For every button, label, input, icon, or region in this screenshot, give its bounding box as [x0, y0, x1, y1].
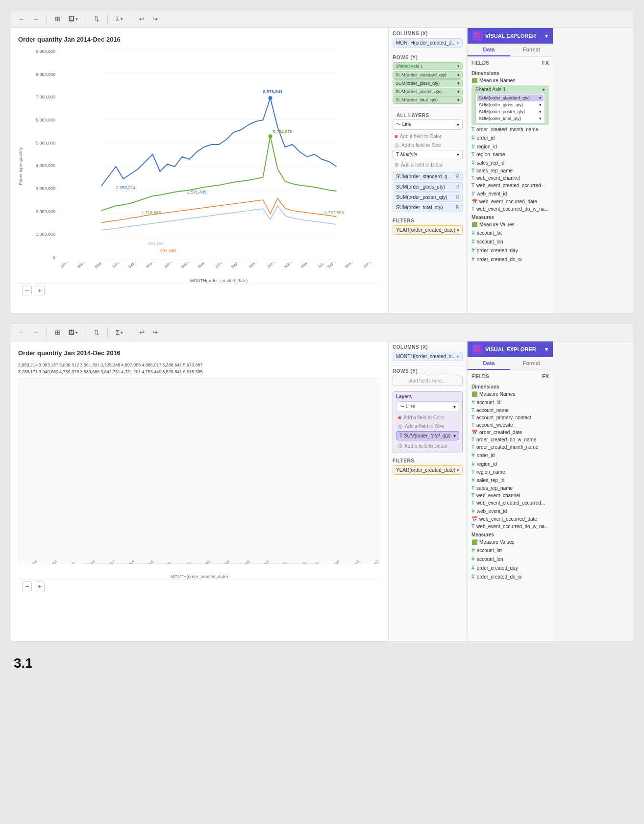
measure-pill-gloss[interactable]: SUM(order_gloss_qty) ▾ [393, 79, 463, 87]
forward-button[interactable]: → [30, 14, 41, 24]
field-order-created-date[interactable]: 📅 order_created_date [468, 429, 553, 436]
tab-data-1[interactable]: Data [468, 44, 510, 56]
axis-measure-gloss[interactable]: SUM(order_gloss_qty) ▾ [477, 101, 544, 108]
field-order-created-day-2[interactable]: # order_created_day [468, 563, 553, 572]
field-account-lon-2[interactable]: # account_lon [468, 555, 553, 563]
redo-btn-2[interactable]: ↪ [150, 328, 160, 337]
field-order-created-month-name[interactable]: T order_created_month_name [468, 126, 553, 133]
back-button-2[interactable]: ← [16, 328, 26, 337]
add-detail-field-1[interactable]: ⊕ Add a field to Detail [393, 160, 463, 170]
grid-icon-btn[interactable]: ⊞ [53, 14, 62, 24]
field-order-id[interactable]: # order_id [468, 133, 553, 142]
back-button[interactable]: ← [16, 14, 26, 24]
sort-icon-btn-2[interactable]: ⇅ [92, 328, 101, 337]
zoom-in-btn-2[interactable]: + [35, 582, 45, 591]
field-region-name[interactable]: T region_name [468, 151, 553, 158]
measure-pill-total[interactable]: SUM(order_total_qty) ▾ [393, 96, 463, 104]
shared-axis-explorer[interactable]: Shared Axis 1 ▾ SUM(order_standard_qty) … [471, 85, 549, 125]
field-web-event-channel[interactable]: T web_event_channel [468, 174, 553, 182]
layer-measure-standard[interactable]: SUM(order_standard_q... R [393, 172, 463, 181]
field-measure-values-2[interactable]: 🟩 Measure Values [468, 538, 553, 546]
field-account-name[interactable]: T account_name [468, 407, 553, 414]
add-detail-field-2[interactable]: ⊕ Add a field to Detail [396, 441, 459, 451]
add-size-field-1[interactable]: ◎ Add a field to Size [393, 141, 463, 150]
filter-pill-2[interactable]: YEAR(order_created_date) ▾ [393, 465, 463, 475]
field-web-event-id-2[interactable]: # web_event_id [468, 507, 553, 515]
filter-pill-1[interactable]: YEAR(order_created_date) ▾ [393, 225, 463, 235]
forward-button-2[interactable]: → [30, 328, 41, 337]
add-size-field-2[interactable]: ◎ Add a field to Size [396, 422, 459, 431]
zoom-out-btn-1[interactable]: − [22, 286, 32, 295]
chevron-down-icon-2[interactable]: ▾ [545, 346, 548, 353]
layer-type-dropdown-1[interactable]: 〜 Line ▾ [393, 119, 463, 130]
measure-pill-poster[interactable]: SUM(order_poster_qty) ▾ [393, 88, 463, 96]
measure-pill-standard[interactable]: SUM(order_standard_qty) ▾ [393, 71, 463, 79]
layer-measure-total[interactable]: SUM(order_total_qty) R [393, 203, 463, 212]
field-web-event-occurred-date[interactable]: 📅 web_event_occurred_date [468, 198, 553, 205]
redo-btn[interactable]: ↪ [150, 14, 160, 24]
text-field-pill-2[interactable]: T SUM(order_total_qty) ▾ [396, 431, 459, 440]
layer-measure-gloss[interactable]: SUM(order_gloss_qty) R [393, 182, 463, 192]
function-icon-2[interactable]: fx [542, 373, 549, 379]
chevron-down-icon[interactable]: ▾ [545, 33, 548, 39]
axis-measure-total[interactable]: SUM(order_total_qty) ▾ [477, 115, 544, 122]
field-measure-names-1[interactable]: 🟩 Measure Names [468, 77, 553, 84]
field-web-event-occurred-date-2[interactable]: 📅 web_event_occurred_date [468, 515, 553, 523]
field-web-event-occurred-dow-2[interactable]: T web_event_occurred_do_w_na... [468, 523, 553, 530]
field-web-event-created-2[interactable]: T web_event_created_occurred... [468, 499, 553, 507]
image-icon-btn[interactable]: 🖼 ▾ [66, 14, 80, 24]
explorer-scroll-2[interactable]: Dimensions 🟩 Measure Names # account_id … [468, 382, 553, 581]
undo-btn-2[interactable]: ↩ [137, 328, 147, 337]
field-measure-names-2[interactable]: 🟩 Measure Names [468, 390, 553, 398]
field-web-event-channel-2[interactable]: T web_event_channel [468, 492, 553, 499]
field-region-name-2[interactable]: T region_name [468, 468, 553, 476]
field-account-website[interactable]: T account_website [468, 421, 553, 429]
highlighted-measure[interactable]: SUM(order_standard_qty) ▾ [477, 95, 544, 101]
axis-measure-poster[interactable]: SUM(order_poster_qty) ▾ [477, 108, 544, 115]
sigma-icon-btn[interactable]: Σ ▾ [114, 14, 125, 24]
add-color-field-1[interactable]: ■ Add a field to Color [393, 132, 463, 141]
function-icon[interactable]: fx [542, 60, 549, 66]
field-order-created-dow[interactable]: # order_created_do_w [468, 255, 553, 264]
add-fields-placeholder-2[interactable]: Add fields here... [393, 376, 463, 386]
field-order-created-dow-2[interactable]: # order_created_do_w [468, 572, 553, 581]
zoom-out-btn-2[interactable]: − [22, 582, 32, 591]
field-sales-rep-name-2[interactable]: T sales_rep_name [468, 485, 553, 492]
field-web-event-created[interactable]: T web_event_created_occurred... [468, 182, 553, 189]
chevron-icon: ▾ [457, 73, 460, 77]
tab-data-2[interactable]: Data [468, 357, 510, 370]
sort-icon-btn[interactable]: ⇅ [92, 14, 101, 24]
field-order-id-2[interactable]: # order_id [468, 451, 553, 460]
field-account-lat-2[interactable]: # account_lat [468, 546, 553, 555]
field-region-id[interactable]: # region_id [468, 142, 553, 151]
layer-type-dropdown-2[interactable]: 〜 Line ▾ [396, 401, 459, 412]
shared-axis-pill-1[interactable]: Shared Axis 1 ▾ [393, 62, 463, 70]
image-icon-btn-2[interactable]: 🖼 ▾ [66, 328, 80, 337]
field-measure-values[interactable]: 🟩 Measure Values [468, 221, 553, 228]
tab-format-2[interactable]: Format [510, 357, 553, 370]
field-region-id-2[interactable]: # region_id [468, 460, 553, 468]
explorer-scroll-1[interactable]: Dimensions 🟩 Measure Names Shared Axis 1… [468, 69, 553, 264]
field-web-event-occurred-dow[interactable]: T web_event_occurred_do_w_na... [468, 205, 553, 213]
columns-field-pill-1[interactable]: MONTH(order_created_d... ▾ [393, 38, 463, 48]
field-sales-rep-id[interactable]: # sales_rep_id [468, 158, 553, 167]
field-sales-rep-id-2[interactable]: # sales_rep_id [468, 476, 553, 485]
zoom-in-btn-1[interactable]: + [35, 286, 45, 295]
field-web-event-id[interactable]: # web_event_id [468, 189, 553, 198]
field-account-lon[interactable]: # account_lon [468, 237, 553, 246]
field-account-primary-contact[interactable]: T account_primary_contact [468, 414, 553, 421]
text-field-pill-1[interactable]: T Multiple ▾ [393, 150, 463, 159]
field-order-created-dow-name[interactable]: T order_created_do_w_name [468, 436, 553, 443]
columns-field-pill-2[interactable]: MONTH(order_created_d... ▾ [393, 352, 463, 361]
layer-measure-poster[interactable]: SUM(order_poster_qty) R [393, 193, 463, 202]
field-account-lat[interactable]: # account_lat [468, 228, 553, 237]
grid-icon-btn-2[interactable]: ⊞ [53, 328, 62, 337]
tab-format-1[interactable]: Format [510, 44, 553, 56]
undo-btn[interactable]: ↩ [137, 14, 147, 24]
field-order-created-month-name-2[interactable]: T order_created_month_name [468, 443, 553, 451]
field-order-created-day[interactable]: # order_created_day [468, 246, 553, 255]
field-account-id[interactable]: # account_id [468, 398, 553, 407]
field-sales-rep-name[interactable]: T sales_rep_name [468, 167, 553, 174]
sigma-icon-btn-2[interactable]: Σ ▾ [114, 328, 125, 337]
add-color-field-2[interactable]: ■ Add a field to Color [396, 413, 459, 422]
